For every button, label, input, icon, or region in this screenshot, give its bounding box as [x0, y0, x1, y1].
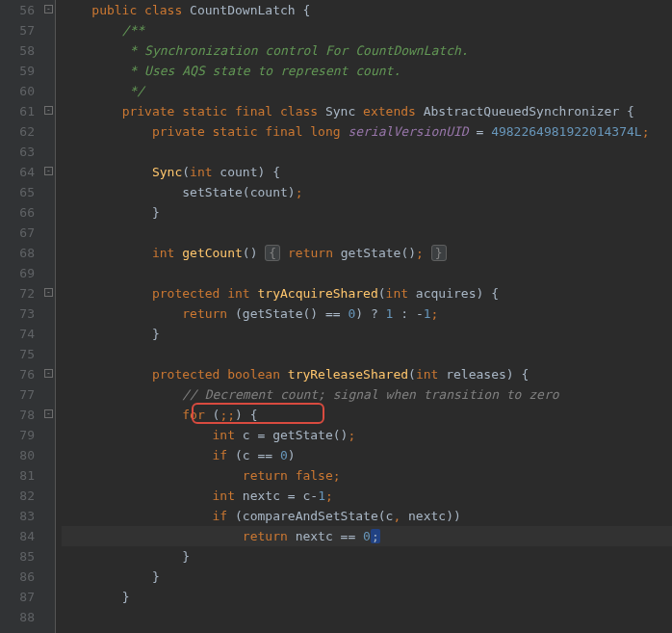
code-line[interactable]: Sync(int count) { — [62, 162, 672, 182]
line-number: 64 — [0, 162, 35, 182]
code-line[interactable]: return false; — [62, 465, 672, 486]
code-line[interactable] — [62, 607, 672, 627]
code-line[interactable]: } — [62, 587, 672, 607]
code-line[interactable]: } — [62, 567, 672, 587]
code-line[interactable]: if (c == 0) — [62, 445, 672, 465]
line-number: 61 — [0, 101, 35, 121]
line-number: 88 — [0, 607, 35, 627]
fold-toggle-icon[interactable]: - — [44, 5, 53, 13]
fold-toggle-icon[interactable]: - — [44, 167, 53, 175]
line-number: 85 — [0, 546, 35, 567]
code-line[interactable]: if (compareAndSetState(c, nextc)) — [62, 506, 672, 526]
line-number: 57 — [0, 20, 35, 40]
code-line[interactable]: private static final long serialVersionU… — [62, 121, 672, 142]
fold-column: ------ — [42, 0, 56, 633]
line-number: 66 — [0, 202, 35, 223]
line-number: 63 — [0, 142, 35, 162]
line-number: 87 — [0, 587, 35, 607]
fold-toggle-icon[interactable]: - — [44, 288, 53, 297]
code-line[interactable]: * Uses AQS state to represent count. — [62, 61, 672, 81]
line-number: 75 — [0, 344, 35, 364]
code-line[interactable]: /** — [62, 20, 672, 40]
line-number: 82 — [0, 486, 35, 506]
line-number: 83 — [0, 506, 35, 526]
code-line[interactable]: protected int tryAcquireShared(int acqui… — [62, 283, 672, 303]
code-line[interactable]: for (;;) { — [62, 405, 672, 425]
fold-toggle-icon[interactable]: - — [44, 369, 53, 378]
code-line[interactable]: */ — [62, 81, 672, 101]
code-line[interactable]: protected boolean tryReleaseShared(int r… — [62, 364, 672, 384]
code-line[interactable] — [62, 263, 672, 283]
line-number: 80 — [0, 445, 35, 465]
line-number: 69 — [0, 263, 35, 283]
code-line[interactable] — [62, 344, 672, 364]
code-line[interactable]: private static final class Sync extends … — [62, 101, 672, 121]
line-number: 62 — [0, 121, 35, 142]
code-line[interactable]: public class CountDownLatch { — [62, 0, 672, 20]
line-number: 58 — [0, 40, 35, 61]
code-line[interactable]: int getCount() { return getState(); } — [62, 243, 672, 263]
code-line[interactable]: } — [62, 546, 672, 567]
fold-toggle-icon[interactable]: - — [44, 106, 53, 115]
code-line[interactable]: int nextc = c-1; — [62, 486, 672, 506]
line-number: 73 — [0, 303, 35, 324]
line-number: 76 — [0, 364, 35, 384]
code-line[interactable]: setState(count); — [62, 182, 672, 202]
code-line[interactable]: // Decrement count; signal when transiti… — [62, 384, 672, 405]
code-line[interactable]: } — [62, 324, 672, 344]
code-line[interactable]: * Synchronization control For CountDownL… — [62, 40, 672, 61]
line-number: 60 — [0, 81, 35, 101]
line-number: 77 — [0, 384, 35, 405]
line-number: 84 — [0, 526, 35, 546]
line-number: 67 — [0, 223, 35, 243]
line-number: 59 — [0, 61, 35, 81]
code-line[interactable]: return (getState() == 0) ? 1 : -1; — [62, 303, 672, 324]
code-line[interactable] — [62, 223, 672, 243]
line-number: 65 — [0, 182, 35, 202]
line-number: 68 — [0, 243, 35, 263]
line-number-gutter: 5657585960616263646566676869727374757677… — [0, 0, 42, 633]
line-number: 78 — [0, 405, 35, 425]
code-area[interactable]: public class CountDownLatch { /** * Sync… — [56, 0, 672, 633]
line-number: 79 — [0, 425, 35, 445]
fold-toggle-icon[interactable]: - — [44, 409, 53, 418]
code-line[interactable]: int c = getState(); — [62, 425, 672, 445]
line-number: 74 — [0, 324, 35, 344]
code-line[interactable] — [62, 142, 672, 162]
code-line[interactable]: } — [62, 202, 672, 223]
line-number: 56 — [0, 0, 35, 20]
line-number: 81 — [0, 465, 35, 486]
line-number: 86 — [0, 567, 35, 587]
line-number: 72 — [0, 283, 35, 303]
code-line[interactable]: return nextc == 0; — [62, 526, 672, 546]
